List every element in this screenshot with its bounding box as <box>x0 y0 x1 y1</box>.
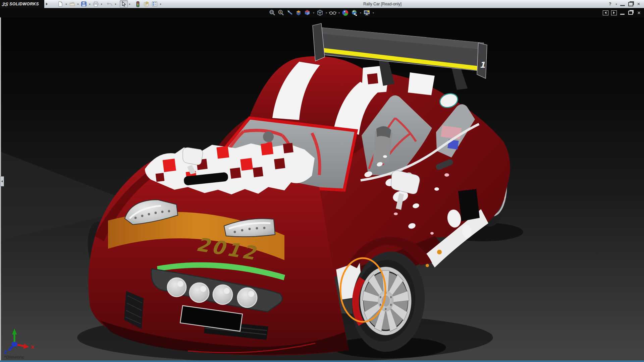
app-close-button[interactable]: ✕ <box>635 1 642 7</box>
help-dropdown[interactable]: ▾ <box>615 1 618 7</box>
app-window-controls: ? ▾ ✕ <box>607 0 642 8</box>
options-dropdown[interactable]: ▾ <box>159 1 162 7</box>
undo-dropdown[interactable]: ▾ <box>114 1 117 7</box>
side-intake <box>458 189 480 221</box>
save-button[interactable] <box>80 0 88 8</box>
traffic-light-icon <box>136 1 140 7</box>
triad-x-label: X <box>31 345 34 350</box>
car-number-text: 1 <box>480 60 485 70</box>
hide-show-items-button[interactable] <box>329 9 337 17</box>
panel-splitter[interactable] <box>0 17 1 360</box>
rebuild-button[interactable] <box>134 0 142 8</box>
section-view-button[interactable] <box>294 9 303 17</box>
close-icon: ✕ <box>637 2 640 6</box>
solidworks-logo-mark-icon: 3S <box>1 1 9 7</box>
previous-view-icon <box>286 9 293 16</box>
app-restore-button[interactable] <box>627 1 634 7</box>
select-dropdown[interactable]: ▾ <box>128 1 131 7</box>
help-button[interactable]: ? <box>607 1 613 7</box>
apply-scene-button[interactable] <box>350 9 358 17</box>
doc-close-icon: ✕ <box>637 10 641 15</box>
print-button[interactable] <box>92 0 100 8</box>
open-folder-icon <box>69 1 75 7</box>
flyout-arrow-icon <box>46 3 48 5</box>
eyeglasses-icon <box>329 9 336 16</box>
open-button[interactable] <box>68 0 76 8</box>
app-minimize-button[interactable] <box>619 1 626 7</box>
view-settings-monitor-icon <box>363 9 371 16</box>
menu-flyout-arrow[interactable] <box>45 1 49 7</box>
doc-close-button[interactable]: ✕ <box>636 10 642 16</box>
standard-toolbar: ▾ ▾ ▾ ▾ ▾ ▾ <box>56 0 162 8</box>
previous-view-button[interactable] <box>286 9 294 17</box>
help-icon: ? <box>609 2 611 6</box>
apply-scene-icon <box>351 9 358 16</box>
zoom-to-area-icon <box>278 9 284 16</box>
undo-button[interactable] <box>106 0 114 8</box>
view-orientation-button[interactable] <box>303 9 311 17</box>
collapse-right-icon <box>611 10 617 15</box>
select-button[interactable] <box>120 0 128 8</box>
solidworks-logo-text: SOLIDWORKS <box>9 2 39 6</box>
feature-panel-collapse-tab[interactable] <box>0 176 4 186</box>
zoom-to-fit-icon <box>269 9 276 16</box>
file-properties-button[interactable] <box>142 0 150 8</box>
doc-restore-icon <box>628 11 633 15</box>
restore-icon <box>628 2 633 6</box>
title-bar: 3S SOLIDWORKS ▾ ▾ ▾ ▾ ▾ ▾ <box>0 0 644 8</box>
rally-car-model: 2012 <box>0 17 644 360</box>
solidworks-logo[interactable]: 3S SOLIDWORKS <box>0 0 44 8</box>
model-viewport[interactable]: 2012 <box>0 17 644 360</box>
new-document-dropdown[interactable]: ▾ <box>65 1 68 7</box>
apply-scene-dropdown[interactable]: ▾ <box>359 9 362 17</box>
save-dropdown[interactable]: ▾ <box>88 1 91 7</box>
undo-arrow-icon <box>107 1 113 7</box>
doc-minimize-button[interactable] <box>619 10 625 16</box>
zoom-to-area-button[interactable] <box>277 9 285 17</box>
view-settings-button[interactable] <box>363 9 371 17</box>
solidworks-window: 3S SOLIDWORKS ▾ ▾ ▾ ▾ ▾ ▾ <box>0 0 644 362</box>
heads-up-view-toolbar: ▾ ▾ ▾ ▾ ▾ <box>268 8 375 17</box>
options-checklist-icon <box>152 1 157 7</box>
options-button[interactable] <box>151 0 159 8</box>
view-orientation-dropdown[interactable]: ▾ <box>312 9 315 17</box>
edit-appearance-button[interactable] <box>341 9 350 17</box>
hide-show-items-dropdown[interactable]: ▾ <box>337 9 341 17</box>
collapse-left-icon <box>603 10 608 15</box>
appearance-sphere-icon <box>342 9 349 16</box>
document-window-controls: ✕ <box>602 8 642 17</box>
view-orientation-cube-icon <box>304 9 311 16</box>
view-orientation-label: *Dimetric <box>4 355 24 360</box>
viewport-top-bar: ▾ ▾ ▾ ▾ ▾ ✕ <box>0 8 644 17</box>
document-title: Rally Car [Read-only] <box>349 0 416 8</box>
window-bottom-border <box>0 360 644 362</box>
display-style-button[interactable] <box>316 9 324 17</box>
collapse-right-panel-button[interactable] <box>611 10 617 16</box>
open-dropdown[interactable]: ▾ <box>76 1 79 7</box>
doc-restore-button[interactable] <box>628 10 634 16</box>
display-style-dropdown[interactable]: ▾ <box>325 9 328 17</box>
collapse-left-panel-button[interactable] <box>602 10 608 16</box>
triad-z-label: Z <box>4 350 7 355</box>
collapse-arrow-icon <box>1 180 3 182</box>
section-view-icon <box>295 9 302 16</box>
zoom-to-fit-button[interactable] <box>268 9 276 17</box>
printer-icon <box>93 1 99 7</box>
doc-minimize-icon <box>620 14 625 15</box>
new-document-icon <box>58 1 63 7</box>
save-floppy-icon <box>81 1 87 7</box>
orientation-triad: X Z <box>4 328 34 355</box>
minimize-icon <box>620 5 625 6</box>
select-cursor-icon <box>121 1 126 7</box>
print-dropdown[interactable]: ▾ <box>100 1 103 7</box>
file-properties-icon <box>144 1 149 7</box>
display-style-cube-icon <box>317 9 323 16</box>
new-document-button[interactable] <box>56 0 64 8</box>
view-settings-dropdown[interactable]: ▾ <box>372 9 375 17</box>
